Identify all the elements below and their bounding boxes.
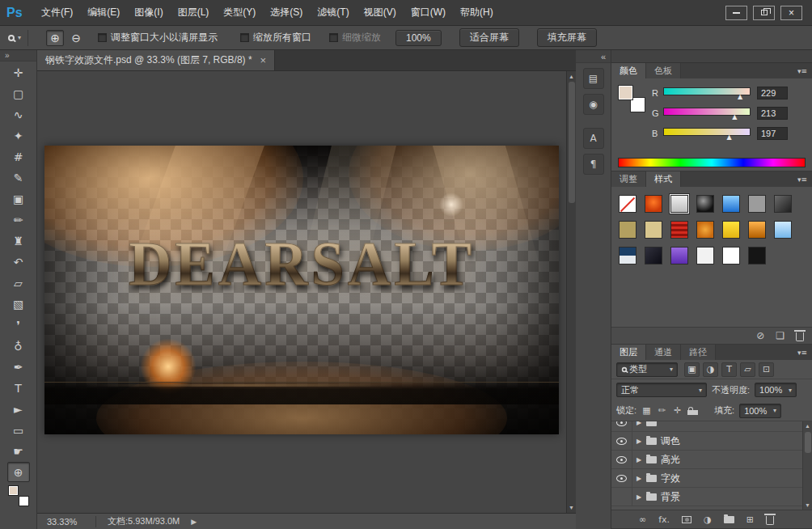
slider-thumb-icon[interactable]: ▲ xyxy=(738,94,742,100)
foreground-color-swatch[interactable] xyxy=(618,85,633,100)
adjustments-panel-icon[interactable]: ◉ xyxy=(583,94,604,115)
filter-pixel-layers-icon[interactable]: ▣ xyxy=(684,362,700,377)
zoom-level[interactable]: 33.33% xyxy=(47,517,84,527)
expand-triangle-icon[interactable]: ▶ xyxy=(632,456,645,463)
menu-item[interactable]: 图层(L) xyxy=(171,0,217,25)
tab-layers[interactable]: 图层 xyxy=(611,345,646,360)
new-style-icon[interactable]: ❏ xyxy=(776,330,785,341)
channel-slider[interactable]: ▲ xyxy=(663,128,751,139)
style-swatch[interactable] xyxy=(619,195,636,213)
style-swatch[interactable] xyxy=(774,195,792,213)
menu-item[interactable]: 窗口(W) xyxy=(404,0,453,25)
panel-menu-icon[interactable]: ▾≡ xyxy=(793,63,812,78)
visibility-toggle[interactable] xyxy=(611,469,632,488)
zoom-tool[interactable]: ⊕ xyxy=(7,462,30,482)
style-swatch[interactable] xyxy=(748,195,766,213)
style-swatch[interactable] xyxy=(696,195,714,213)
brush-presets-panel-icon[interactable]: ▤ xyxy=(583,68,604,89)
marquee-tool[interactable]: ▢ xyxy=(7,83,30,104)
blur-tool[interactable]: ❜ xyxy=(7,315,30,335)
scroll-down-icon[interactable]: ▼ xyxy=(569,502,574,513)
status-menu-arrow-icon[interactable]: ▶ xyxy=(191,518,197,526)
foreground-background-widget[interactable] xyxy=(8,485,29,506)
close-button[interactable]: × xyxy=(780,6,802,20)
lock-transparent-icon[interactable]: ▦ xyxy=(641,405,652,416)
delete-layer-icon[interactable] xyxy=(766,516,774,525)
menu-item[interactable]: 类型(Y) xyxy=(216,0,263,25)
style-swatch[interactable] xyxy=(722,195,740,213)
style-swatch[interactable] xyxy=(774,221,792,239)
expand-triangle-icon[interactable]: ▶ xyxy=(632,493,645,501)
style-swatch[interactable] xyxy=(619,221,636,239)
visibility-toggle[interactable] xyxy=(611,488,632,506)
fit-screen-button[interactable]: 适合屏幕 xyxy=(459,28,519,47)
scrollbar-thumb[interactable] xyxy=(569,82,575,203)
menu-item[interactable]: 文件(F) xyxy=(34,0,80,25)
scroll-down-icon[interactable]: ▼ xyxy=(805,501,810,510)
filter-smart-objects-icon[interactable]: ⊡ xyxy=(759,362,774,377)
lock-pixels-icon[interactable]: ✏ xyxy=(657,405,667,416)
tab-paths[interactable]: 路径 xyxy=(681,345,716,360)
restore-button[interactable] xyxy=(753,6,775,20)
healing-brush-tool[interactable]: ▣ xyxy=(7,188,30,209)
visibility-toggle[interactable] xyxy=(611,451,632,469)
menu-item[interactable]: 图像(I) xyxy=(127,0,170,25)
lock-all-icon[interactable] xyxy=(687,410,698,415)
document-tab[interactable]: 钢铁字效源文件.psd @ 33.3% (图层 7, RGB/8) * × xyxy=(37,50,275,70)
clone-stamp-tool[interactable]: ♜ xyxy=(7,231,30,251)
paragraph-panel-icon[interactable]: ¶ xyxy=(583,154,604,175)
channel-value[interactable]: 197 xyxy=(757,127,788,140)
style-swatch[interactable] xyxy=(619,247,636,264)
pen-tool[interactable]: ✒ xyxy=(7,357,30,377)
menu-item[interactable]: 滤镜(T) xyxy=(310,0,356,25)
scrollbar-thumb[interactable] xyxy=(805,432,811,453)
hand-tool[interactable]: ☛ xyxy=(7,441,30,461)
minimize-button[interactable] xyxy=(725,6,747,20)
style-swatch[interactable] xyxy=(696,221,714,239)
zoom-in-button[interactable]: ⊕ xyxy=(46,30,64,46)
filter-adjustment-layers-icon[interactable]: ◑ xyxy=(703,362,718,377)
panel-menu-icon[interactable]: ▾≡ xyxy=(793,345,812,360)
fill-select[interactable]: 100% ▾ xyxy=(739,404,781,418)
style-swatch[interactable] xyxy=(645,221,662,239)
style-swatch[interactable] xyxy=(722,247,740,264)
layer-mask-icon[interactable] xyxy=(682,516,691,523)
layer-row[interactable]: ▶字效 xyxy=(611,469,802,488)
tab-swatches[interactable]: 色板 xyxy=(646,63,681,78)
channel-value[interactable]: 229 xyxy=(757,87,788,99)
gradient-tool[interactable]: ▧ xyxy=(7,294,30,314)
scroll-up-icon[interactable]: ▲ xyxy=(805,421,810,430)
panel-menu-icon[interactable]: ▾≡ xyxy=(793,171,812,187)
style-swatch[interactable] xyxy=(645,195,662,213)
actual-pixels-button[interactable]: 100% xyxy=(395,30,442,46)
style-swatch[interactable] xyxy=(670,195,688,213)
dodge-tool[interactable]: ♁ xyxy=(7,336,30,356)
type-tool[interactable]: T xyxy=(7,378,30,398)
color-spectrum-ramp[interactable] xyxy=(618,158,806,167)
style-swatch[interactable] xyxy=(670,247,688,264)
quick-selection-tool[interactable]: ✦ xyxy=(7,125,30,146)
dock-expand-icon[interactable]: « xyxy=(576,50,611,63)
zoom-tool-preset[interactable]: ▾ xyxy=(8,34,21,41)
slider-thumb-icon[interactable]: ▲ xyxy=(726,134,731,141)
tab-styles[interactable]: 样式 xyxy=(646,171,681,187)
style-swatch[interactable] xyxy=(722,221,740,239)
layer-row[interactable]: ▶调色 xyxy=(611,432,802,451)
menu-item[interactable]: 选择(S) xyxy=(263,0,310,25)
vertical-scrollbar[interactable]: ▲ ▼ xyxy=(566,71,576,513)
style-swatch[interactable] xyxy=(696,247,714,264)
layer-filter-select[interactable]: 类型 ▾ xyxy=(616,362,678,377)
tab-adjustments[interactable]: 调整 xyxy=(611,171,646,187)
layer-row[interactable]: ▶ xyxy=(611,421,802,432)
close-tab-icon[interactable]: × xyxy=(260,54,267,66)
expand-triangle-icon[interactable]: ▶ xyxy=(632,421,645,426)
visibility-toggle[interactable] xyxy=(611,432,632,451)
menu-item[interactable]: 视图(V) xyxy=(357,0,404,25)
adjustment-layer-icon[interactable]: ◑ xyxy=(704,514,712,525)
brush-tool[interactable]: ✏ xyxy=(7,209,30,230)
delete-style-icon[interactable] xyxy=(796,332,804,341)
foreground-background-swatches[interactable] xyxy=(618,85,645,112)
history-brush-tool[interactable]: ↶ xyxy=(7,252,30,272)
new-layer-icon[interactable]: ⊞ xyxy=(746,514,754,525)
fill-screen-button[interactable]: 填充屏幕 xyxy=(537,28,597,47)
